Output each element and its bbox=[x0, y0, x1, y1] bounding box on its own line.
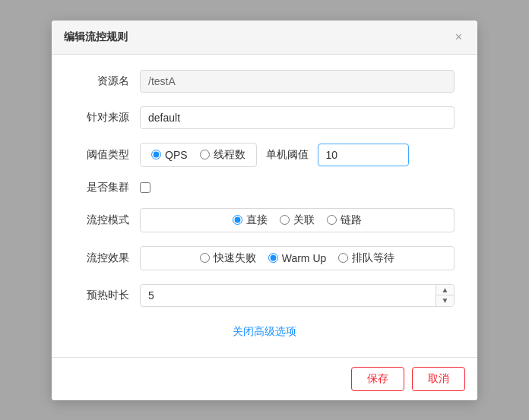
radio-chain-input[interactable] bbox=[327, 215, 337, 225]
dialog-body: 资源名 针对来源 阈值类型 QPS bbox=[52, 55, 477, 357]
preheat-spinner: ▲ ▼ bbox=[436, 285, 454, 306]
radio-queue[interactable]: 排队等待 bbox=[338, 251, 394, 265]
threshold-group: QPS 线程数 单机阈值 bbox=[140, 143, 455, 167]
radio-threads-label: 线程数 bbox=[214, 148, 245, 162]
dialog-header: 编辑流控规则 × bbox=[52, 21, 477, 55]
preheat-row: 预热时长 ▲ ▼ bbox=[74, 284, 455, 307]
preheat-increment-button[interactable]: ▲ bbox=[436, 285, 454, 296]
radio-direct[interactable]: 直接 bbox=[233, 213, 268, 227]
radio-chain-label: 链路 bbox=[341, 213, 362, 227]
preheat-label: 预热时长 bbox=[74, 289, 129, 302]
preheat-input[interactable] bbox=[140, 284, 455, 307]
cluster-label: 是否集群 bbox=[74, 181, 129, 194]
radio-threads-input[interactable] bbox=[200, 150, 210, 159]
cancel-button[interactable]: 取消 bbox=[412, 367, 465, 391]
radio-relate[interactable]: 关联 bbox=[280, 213, 315, 227]
cluster-control bbox=[140, 182, 455, 193]
radio-qps-input[interactable] bbox=[151, 150, 161, 159]
radio-qps[interactable]: QPS bbox=[151, 149, 188, 161]
radio-fast-fail[interactable]: 快速失败 bbox=[200, 251, 256, 265]
threshold-row: 阈值类型 QPS 线程数 单机阈值 bbox=[74, 143, 455, 167]
flow-mode-row: 流控模式 直接 关联 链路 bbox=[74, 208, 455, 232]
flow-mode-label: 流控模式 bbox=[74, 213, 129, 227]
source-input[interactable] bbox=[140, 106, 455, 129]
dialog-footer: 保存 取消 bbox=[52, 357, 477, 400]
threshold-type-radio-group: QPS 线程数 bbox=[140, 143, 257, 167]
save-button[interactable]: 保存 bbox=[351, 367, 404, 391]
flow-effect-radio-group: 快速失败 Warm Up 排队等待 bbox=[140, 246, 455, 270]
threshold-type-label: 阈值类型 bbox=[74, 148, 129, 162]
radio-queue-label: 排队等待 bbox=[352, 251, 394, 265]
radio-fast-fail-label: 快速失败 bbox=[214, 251, 256, 265]
flow-effect-control: 快速失败 Warm Up 排队等待 bbox=[140, 246, 455, 270]
radio-relate-label: 关联 bbox=[293, 213, 315, 227]
resource-name-input[interactable] bbox=[140, 70, 455, 93]
cluster-row: 是否集群 bbox=[74, 181, 455, 194]
single-threshold-input[interactable] bbox=[318, 144, 409, 166]
radio-direct-label: 直接 bbox=[246, 213, 268, 227]
single-threshold-label: 单机阈值 bbox=[266, 148, 309, 162]
radio-queue-input[interactable] bbox=[338, 253, 348, 263]
radio-warm-up-label: Warm Up bbox=[282, 252, 327, 264]
cluster-checkbox-label[interactable] bbox=[140, 182, 455, 193]
radio-threads[interactable]: 线程数 bbox=[200, 148, 245, 162]
dialog-overlay: 编辑流控规则 × 资源名 针对来源 阈值类型 bbox=[0, 0, 529, 420]
flow-mode-radio-group: 直接 关联 链路 bbox=[140, 208, 455, 232]
resource-name-row: 资源名 bbox=[74, 70, 455, 93]
source-control bbox=[140, 106, 455, 129]
source-row: 针对来源 bbox=[74, 106, 455, 129]
radio-chain[interactable]: 链路 bbox=[327, 213, 362, 227]
radio-direct-input[interactable] bbox=[233, 215, 242, 225]
close-button[interactable]: × bbox=[452, 30, 465, 45]
edit-flow-rule-dialog: 编辑流控规则 × 资源名 针对来源 阈值类型 bbox=[52, 21, 477, 400]
radio-fast-fail-input[interactable] bbox=[200, 253, 210, 263]
cluster-checkbox[interactable] bbox=[140, 182, 150, 193]
preheat-decrement-button[interactable]: ▼ bbox=[436, 295, 454, 306]
resource-name-label: 资源名 bbox=[74, 74, 129, 88]
radio-warm-up-input[interactable] bbox=[268, 253, 278, 263]
preheat-number-wrap: ▲ ▼ bbox=[140, 284, 455, 307]
preheat-control: ▲ ▼ bbox=[140, 284, 455, 307]
source-label: 针对来源 bbox=[74, 111, 129, 125]
dialog-title: 编辑流控规则 bbox=[64, 30, 128, 44]
radio-relate-input[interactable] bbox=[280, 215, 290, 225]
advanced-options-link[interactable]: 关闭高级选项 bbox=[74, 321, 455, 349]
radio-warm-up[interactable]: Warm Up bbox=[268, 252, 327, 264]
resource-name-control bbox=[140, 70, 455, 93]
radio-qps-label: QPS bbox=[165, 149, 188, 161]
flow-effect-label: 流控效果 bbox=[74, 251, 129, 265]
flow-effect-row: 流控效果 快速失败 Warm Up 排队等待 bbox=[74, 246, 455, 270]
flow-mode-control: 直接 关联 链路 bbox=[140, 208, 455, 232]
